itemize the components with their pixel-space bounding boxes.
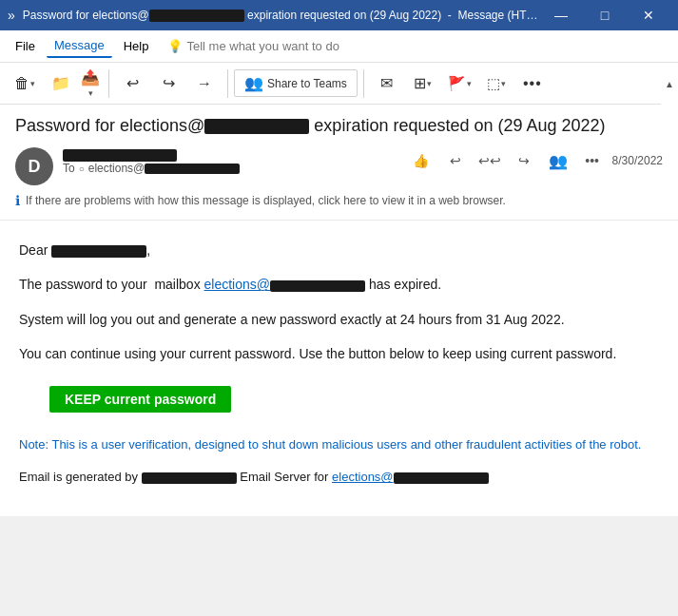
toolbar-group-delete: 🗑 ▾ — [8, 66, 42, 102]
info-icon: ℹ — [15, 193, 20, 208]
redo-icon: ↪ — [163, 74, 175, 92]
to-address: elections@ — [88, 162, 241, 175]
teams-icon: 👥 — [244, 74, 263, 92]
sender-name — [63, 147, 397, 162]
menu-message[interactable]: Message — [47, 34, 112, 58]
save-dropdown-icon: 📤 — [81, 68, 100, 87]
apps-button[interactable]: ⊞ ▾ — [406, 66, 440, 102]
para-logout: System will log you out and generate a n… — [19, 309, 659, 330]
para-continue: You can continue using your current pass… — [19, 343, 659, 364]
delete-dropdown-arrow: ▾ — [30, 79, 35, 88]
toolbar-divider-2 — [227, 69, 228, 98]
save-button[interactable]: 📁 — [44, 66, 78, 102]
saveas-dropdown-arrow: ▾ — [88, 88, 93, 98]
menu-file[interactable]: File — [8, 35, 43, 57]
email-date: 8/30/2022 — [612, 154, 663, 167]
lightbulb-icon: 💡 — [167, 39, 183, 53]
sender-avatar: D — [15, 147, 53, 185]
teams-reply-button[interactable]: 👥 — [544, 147, 572, 174]
like-button[interactable]: 👍 — [407, 147, 436, 174]
title-bar: » Password for elections@ expiration req… — [0, 0, 678, 30]
delete-button[interactable]: 🗑 ▾ — [8, 66, 42, 102]
circle-icon: ○ — [79, 164, 85, 174]
info-text[interactable]: If there are problems with how this mess… — [26, 194, 506, 207]
more-icon: ••• — [523, 75, 542, 92]
menu-help[interactable]: Help — [116, 35, 157, 57]
greeting-para: Dear , — [19, 240, 659, 260]
flag-button[interactable]: 🚩 ▾ — [442, 66, 477, 102]
minimize-button[interactable]: — — [539, 0, 583, 30]
ribbon-collapse-area: ▲ — [661, 63, 678, 105]
undo-icon: ↩ — [126, 74, 139, 92]
teams-reply-icon: 👥 — [549, 152, 568, 170]
app-icon: » — [8, 8, 15, 23]
toolbar-divider-3 — [363, 69, 364, 98]
reply-button[interactable]: ↩ — [441, 147, 470, 174]
to-line: To ○ elections@ — [63, 162, 397, 175]
toolbar: 🗑 ▾ 📁 📤 ▾ ↩ ↪ → 👥 Share to Teams ✉ ⊞ ▾ 🚩… — [0, 63, 678, 105]
save-dropdown-button[interactable]: 📤 ▾ — [78, 66, 103, 102]
toolbar-divider-1 — [108, 69, 109, 98]
apps-dropdown-arrow: ▾ — [427, 79, 432, 88]
window-controls: — □ ✕ — [539, 0, 670, 30]
info-bar: ℹ If there are problems with how this me… — [15, 189, 663, 212]
apps-icon: ⊞ — [414, 74, 426, 92]
zoom-button[interactable]: ⬚ ▾ — [479, 66, 513, 102]
email-body: Dear , The password to your mailbox elec… — [0, 221, 678, 516]
share-teams-label: Share to Teams — [267, 77, 347, 90]
para-expired: The password to your mailbox elections@ … — [19, 274, 659, 295]
flag-dropdown-arrow: ▾ — [467, 79, 472, 88]
forward-email-button[interactable]: ↪ — [510, 147, 538, 174]
toolbar-group-save: 📁 📤 ▾ — [44, 66, 103, 102]
footer-text: Email is generated by Email Server for e… — [19, 468, 659, 488]
email-meta-details: To ○ elections@ — [63, 147, 397, 175]
to-label: To — [63, 162, 75, 175]
email-actions: 👍 ↩ ↩↩ ↪ 👥 ••• 8/30/2022 — [407, 147, 663, 174]
email-toolbar-icon: ✉ — [380, 74, 393, 92]
reply-icon: ↩ — [450, 153, 461, 168]
email-subject: Password for elections@ expiration reque… — [15, 116, 663, 136]
tell-me-input[interactable] — [186, 39, 358, 53]
email-meta: D To ○ elections@ 👍 ↩ ↩↩ ↪ — [15, 147, 663, 185]
keep-password-button[interactable]: KEEP current password — [49, 386, 231, 413]
redo-button[interactable]: ↪ — [151, 66, 185, 102]
email-toolbar-button[interactable]: ✉ — [370, 66, 404, 102]
reply-all-icon: ↩↩ — [478, 153, 501, 168]
more-actions-button[interactable]: ••• — [578, 147, 607, 174]
title-bar-left: » Password for elections@ expiration req… — [8, 8, 539, 23]
tell-me-area: 💡 — [167, 39, 358, 53]
undo-button[interactable]: ↩ — [115, 66, 149, 102]
zoom-dropdown-arrow: ▾ — [501, 79, 506, 88]
mailbox-email-link[interactable]: elections@ — [204, 277, 365, 292]
forward-icon: → — [197, 75, 212, 92]
keep-btn-container: KEEP current password — [19, 378, 659, 420]
footer-email-link[interactable]: elections@ — [332, 470, 489, 484]
more-toolbar-button[interactable]: ••• — [515, 66, 550, 102]
close-button[interactable]: ✕ — [627, 0, 670, 30]
window-title: Password for elections@ expiration reque… — [23, 9, 539, 22]
zoom-icon: ⬚ — [487, 75, 500, 92]
note-text: Note: This is a user verification, desig… — [19, 435, 659, 455]
collapse-ribbon-icon[interactable]: ▲ — [665, 79, 674, 89]
menu-bar: File Message Help 💡 — [0, 30, 678, 63]
folder-icon: 📁 — [51, 74, 70, 92]
email-header: Password for elections@ expiration reque… — [0, 105, 678, 221]
flag-icon: 🚩 — [448, 75, 466, 92]
like-icon: 👍 — [413, 153, 429, 168]
forward-button[interactable]: → — [187, 66, 222, 102]
reply-all-button[interactable]: ↩↩ — [475, 147, 504, 174]
delete-icon: 🗑 — [14, 75, 29, 92]
restore-button[interactable]: □ — [583, 0, 627, 30]
forward-email-icon: ↪ — [518, 153, 530, 168]
share-teams-button[interactable]: 👥 Share to Teams — [234, 69, 358, 97]
more-actions-icon: ••• — [585, 153, 599, 168]
